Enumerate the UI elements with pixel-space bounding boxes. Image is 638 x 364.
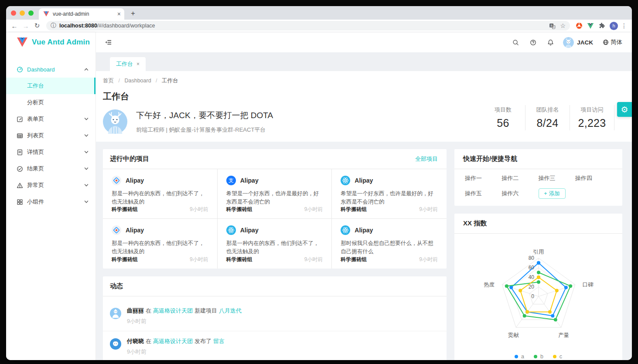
- project-name-link[interactable]: Alipay: [240, 227, 259, 234]
- radar-point-a: [551, 314, 554, 318]
- project-group-link[interactable]: 科学搬砖组: [226, 206, 252, 213]
- sidebar-item[interactable]: 列表页: [6, 127, 96, 144]
- quicknav-link[interactable]: 操作一: [465, 174, 502, 182]
- browser-tab[interactable]: vue-antd-admin ×: [39, 8, 124, 20]
- activity-group-link[interactable]: 高逼格设计天团: [153, 338, 193, 344]
- project-card[interactable]: Alipay 希望是一个好东西，也许是最好的，好东西是不会消亡的 科学搬砖组 9…: [332, 169, 447, 219]
- project-name-link[interactable]: Alipay: [355, 227, 373, 234]
- quicknav-link[interactable]: 操作二: [502, 174, 538, 182]
- sidebar-item[interactable]: 小组件: [6, 194, 96, 210]
- project-card[interactable]: Alipay 那是一种内在的东西，他们到达不了，也无法触及的 科学搬砖组 9小时…: [103, 169, 218, 219]
- breadcrumb-dashboard[interactable]: Dashboard: [124, 78, 151, 84]
- activity-list: 曲丽丽在高逼格设计天团新建项目八月迭代 9小时前 付: [103, 296, 447, 360]
- window-close-button[interactable]: [11, 10, 16, 16]
- radar-point-a: [537, 261, 540, 265]
- quicknav-link[interactable]: 操作四: [575, 174, 612, 182]
- project-card[interactable]: 支 Alipay 希望是一个好东西，也许是最好的，好东西是不会消亡的 科学搬砖组…: [218, 169, 332, 219]
- window-minimize-button[interactable]: [20, 10, 25, 16]
- activities-card: 动态 曲丽丽在高逼格设计天团新建项目八月迭代: [103, 276, 447, 360]
- project-group-link[interactable]: 科学搬砖组: [112, 206, 138, 213]
- sidebar-subitem[interactable]: 分析页: [6, 94, 96, 111]
- project-updated-time: 9小时前: [304, 256, 323, 263]
- browser-menu-icon[interactable]: ⋮: [620, 22, 628, 29]
- all-projects-link[interactable]: 全部项目: [415, 155, 438, 163]
- breadcrumb-separator: /: [156, 78, 157, 84]
- page-tabs-bar: 工作台 ×: [96, 52, 632, 71]
- legend-item-c[interactable]: c: [553, 354, 562, 360]
- project-group-link[interactable]: 科学搬砖组: [341, 206, 367, 213]
- site-info-icon[interactable]: ⓘ: [51, 22, 56, 30]
- user-menu[interactable]: JACK: [560, 37, 596, 48]
- stat-item: 项目访问 2,223: [570, 105, 614, 130]
- project-group-link[interactable]: 科学搬砖组: [226, 256, 252, 263]
- project-card[interactable]: Alipay 那时候我只会想自己想要什么，从不想自己拥有什么 科学搬砖组 9小时…: [332, 219, 447, 269]
- app-logo[interactable]: Vue Antd Admin: [6, 32, 96, 52]
- translate-icon[interactable]: 文A: [549, 23, 556, 29]
- activity-time: 9小时前: [127, 318, 243, 325]
- legend-label: a: [521, 354, 524, 360]
- quicknav-link[interactable]: 操作五: [465, 190, 502, 197]
- radar-axis-label: 产量: [558, 332, 569, 338]
- quicknav-link[interactable]: 操作三: [539, 174, 575, 182]
- sidebar-item[interactable]: Dashboard: [6, 61, 96, 78]
- legend-dot: [553, 355, 556, 358]
- search-icon[interactable]: [508, 35, 523, 50]
- help-icon[interactable]: [525, 35, 540, 50]
- project-name-link[interactable]: Alipay: [126, 177, 144, 184]
- reload-button[interactable]: ↻: [32, 21, 42, 31]
- legend-item-a[interactable]: a: [515, 354, 524, 360]
- project-description: 那是一种内在的东西，他们到达不了，也无法触及的: [112, 190, 208, 206]
- extensions-puzzle-icon[interactable]: [597, 21, 607, 31]
- page-tab-workplace[interactable]: 工作台 ×: [110, 57, 146, 71]
- quicknav-link[interactable]: 操作六: [502, 190, 538, 197]
- project-group-link[interactable]: 科学搬砖组: [112, 256, 138, 263]
- app-logo-text: Vue Antd Admin: [32, 38, 90, 47]
- sidebar-item-label: 详情页: [27, 148, 84, 156]
- radar-point-b: [505, 284, 508, 288]
- extension-icon[interactable]: [574, 21, 584, 31]
- activity-user[interactable]: 曲丽丽: [127, 307, 144, 314]
- back-button[interactable]: ←: [10, 21, 19, 31]
- breadcrumb-home[interactable]: 首页: [103, 78, 114, 84]
- window-zoom-button[interactable]: [28, 10, 34, 16]
- stat-item: 项目数 56: [481, 105, 525, 130]
- sidebar-item[interactable]: 异常页: [6, 177, 96, 194]
- new-tab-button[interactable]: +: [128, 8, 138, 19]
- menu-fold-icon[interactable]: [102, 36, 115, 49]
- project-card[interactable]: Alipay 那是一种内在的东西，他们到达不了，也无法触及的 科学搬砖组 9小时…: [103, 219, 218, 269]
- sidebar-item[interactable]: 结果页: [6, 160, 96, 177]
- project-description: 那是一种内在的东西，他们到达不了，也无法触及的: [226, 239, 323, 256]
- vue-devtools-icon[interactable]: [586, 21, 595, 31]
- stat-label: 项目数: [481, 106, 525, 114]
- main-area: JACK 简体 工作台 × 首页 /: [96, 32, 632, 360]
- settings-gear-button[interactable]: ⚙: [617, 102, 632, 117]
- sidebar-item[interactable]: 详情页: [6, 144, 96, 160]
- browser-profile-avatar[interactable]: h: [610, 22, 618, 30]
- sidebar-item[interactable]: 表单页: [6, 111, 96, 127]
- legend-item-b[interactable]: b: [534, 354, 543, 360]
- legend-dot: [515, 355, 518, 358]
- notification-bell-icon[interactable]: [543, 35, 558, 50]
- activity-group-link[interactable]: 高逼格设计天团: [153, 307, 193, 314]
- address-bar[interactable]: ⓘ localhost:8080 /#/dashboard/workplace …: [46, 21, 570, 31]
- project-name-link[interactable]: Alipay: [355, 177, 373, 184]
- url-path: /#/dashboard/workplace: [97, 23, 155, 29]
- project-group-link[interactable]: 科学搬砖组: [341, 256, 367, 263]
- project-name-link[interactable]: Alipay: [240, 177, 259, 184]
- activity-target-link[interactable]: 八月迭代: [219, 307, 242, 314]
- tab-close-icon[interactable]: ×: [117, 10, 121, 17]
- bookmark-star-icon[interactable]: ☆: [560, 22, 566, 29]
- language-switcher[interactable]: 简体: [598, 38, 624, 46]
- page: 首页 / Dashboard / 工作台 工作台 下午好，JACK，要不要打一把…: [96, 71, 632, 360]
- project-card[interactable]: Alipay 那是一种内在的东西，他们到达不了，也无法触及的 科学搬砖组 9小时…: [218, 219, 332, 269]
- stat-value: 2,223: [570, 117, 614, 129]
- activity-target-link[interactable]: 留言: [213, 338, 225, 344]
- activity-user[interactable]: 付晓晓: [127, 338, 144, 344]
- sidebar-subitem[interactable]: 工作台: [6, 78, 96, 94]
- project-updated-time: 9小时前: [419, 256, 438, 263]
- project-name-link[interactable]: Alipay: [126, 227, 144, 234]
- page-tab-close-icon[interactable]: ×: [136, 61, 140, 67]
- quicknav-add-button[interactable]: + 添加: [539, 188, 566, 199]
- forward-button[interactable]: →: [21, 21, 31, 31]
- chevron-icon: [84, 183, 89, 187]
